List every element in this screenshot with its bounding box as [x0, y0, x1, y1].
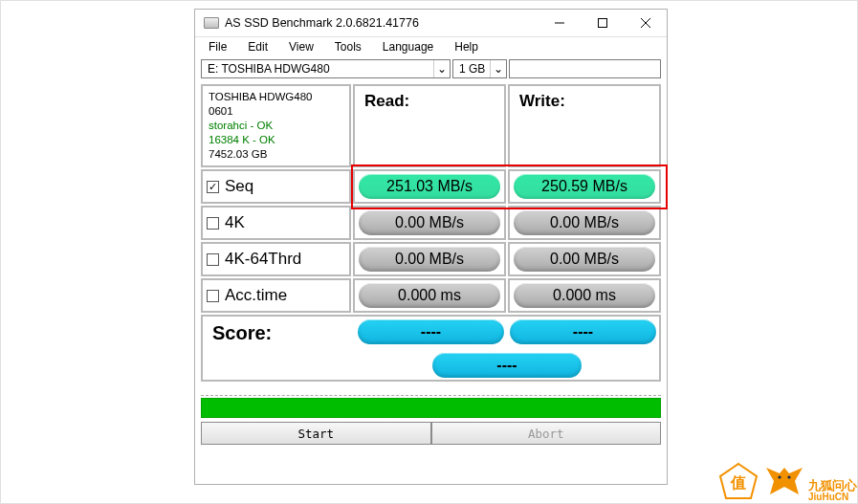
- menu-help[interactable]: Help: [445, 38, 490, 55]
- row-4k: 4K 0.00 MB/s 0.00 MB/s: [200, 205, 662, 241]
- header-read: Read:: [353, 84, 506, 167]
- chevron-down-icon: ⌄: [433, 60, 450, 77]
- acc-write-value: 0.000 ms: [514, 283, 655, 308]
- acc-read-value: 0.000 ms: [359, 283, 500, 308]
- row-acc: Acc.time 0.000 ms 0.000 ms: [200, 277, 662, 314]
- button-row: Start Abort: [201, 422, 661, 456]
- row-4k64: 4K-64Thrd 0.00 MB/s 0.00 MB/s: [200, 241, 662, 277]
- k464-write-value: 0.00 MB/s: [514, 247, 655, 272]
- drive-model: TOSHIBA HDWG480: [209, 90, 343, 104]
- acc-checkbox[interactable]: [207, 290, 219, 302]
- seq-label-cell: ✓ Seq: [201, 169, 351, 204]
- maximize-button[interactable]: [581, 10, 624, 36]
- menu-bar: File Edit View Tools Language Help: [195, 37, 667, 56]
- separator: [201, 385, 661, 396]
- maximize-icon: [598, 18, 607, 28]
- start-button[interactable]: Start: [201, 422, 431, 445]
- drive-select-value: E: TOSHIBA HDWG480: [208, 62, 330, 76]
- close-button[interactable]: [624, 10, 667, 36]
- watermark-icon-zhi: 值: [716, 462, 760, 502]
- seq-write-value: 250.59 MB/s: [514, 174, 655, 199]
- k4-read-value: 0.00 MB/s: [359, 210, 500, 235]
- drive-select[interactable]: E: TOSHIBA HDWG480 ⌄: [201, 59, 451, 78]
- search-input[interactable]: [509, 59, 661, 78]
- acc-label: Acc.time: [225, 286, 287, 305]
- window-title: AS SSD Benchmark 2.0.6821.41776: [225, 16, 538, 30]
- drive-firmware: 0601: [209, 104, 343, 119]
- drive-driver: storahci - OK: [209, 119, 343, 133]
- size-select-value: 1 GB: [459, 62, 485, 76]
- minimize-button[interactable]: [538, 10, 581, 36]
- seq-checkbox[interactable]: ✓: [207, 181, 219, 193]
- titlebar: AS SSD Benchmark 2.0.6821.41776: [195, 10, 667, 37]
- svg-rect-1: [598, 19, 606, 28]
- svg-point-7: [787, 475, 790, 478]
- drive-alignment: 16384 K - OK: [209, 133, 343, 147]
- progress-bar: [201, 398, 661, 418]
- k464-read-value: 0.00 MB/s: [359, 247, 500, 272]
- svg-point-6: [778, 475, 781, 478]
- minimize-icon: [555, 18, 564, 28]
- chevron-down-icon: ⌄: [490, 60, 506, 77]
- selection-row: E: TOSHIBA HDWG480 ⌄ 1 GB ⌄: [195, 56, 667, 83]
- watermark-brand: 九狐问心: [808, 479, 856, 493]
- app-icon: [204, 17, 219, 29]
- k464-label: 4K-64Thrd: [225, 250, 301, 269]
- drive-capacity: 7452.03 GB: [209, 147, 343, 162]
- header-row: TOSHIBA HDWG480 0601 storahci - OK 16384…: [200, 83, 662, 168]
- score-total: ----: [432, 353, 582, 378]
- acc-label-cell: Acc.time: [201, 278, 351, 313]
- score-label: Score:: [203, 317, 355, 350]
- size-select[interactable]: 1 GB ⌄: [452, 59, 507, 78]
- watermarks: 值 九狐问心 JiuHuCN: [716, 462, 856, 502]
- seq-read-value: 251.03 MB/s: [359, 174, 500, 199]
- drive-info-panel: TOSHIBA HDWG480 0601 storahci - OK 16384…: [201, 84, 351, 167]
- k4-label: 4K: [225, 213, 245, 232]
- menu-file[interactable]: File: [199, 38, 238, 55]
- watermark-icon-fox: [760, 462, 808, 502]
- k464-checkbox[interactable]: [207, 253, 219, 266]
- menu-tools[interactable]: Tools: [325, 38, 373, 55]
- svg-text:值: 值: [730, 474, 746, 491]
- seq-label: Seq: [225, 177, 253, 196]
- menu-edit[interactable]: Edit: [238, 38, 279, 55]
- close-icon: [641, 18, 650, 28]
- score-write: ----: [510, 319, 656, 344]
- watermark-text: 九狐问心 JiuHuCN: [808, 479, 856, 502]
- app-window: AS SSD Benchmark 2.0.6821.41776 File Edi…: [194, 9, 668, 485]
- menu-language[interactable]: Language: [373, 38, 445, 55]
- score-panel: Score: ---- ---- ----: [201, 315, 661, 382]
- k4-label-cell: 4K: [201, 206, 351, 240]
- header-write: Write:: [508, 84, 661, 167]
- menu-view[interactable]: View: [279, 38, 325, 55]
- row-seq: ✓ Seq 251.03 MB/s 250.59 MB/s: [200, 168, 662, 205]
- watermark-sub: JiuHuCN: [808, 493, 856, 502]
- abort-button[interactable]: Abort: [431, 422, 662, 445]
- score-read: ----: [358, 319, 504, 344]
- k464-label-cell: 4K-64Thrd: [201, 242, 351, 276]
- k4-write-value: 0.00 MB/s: [514, 210, 655, 235]
- k4-checkbox[interactable]: [207, 217, 219, 230]
